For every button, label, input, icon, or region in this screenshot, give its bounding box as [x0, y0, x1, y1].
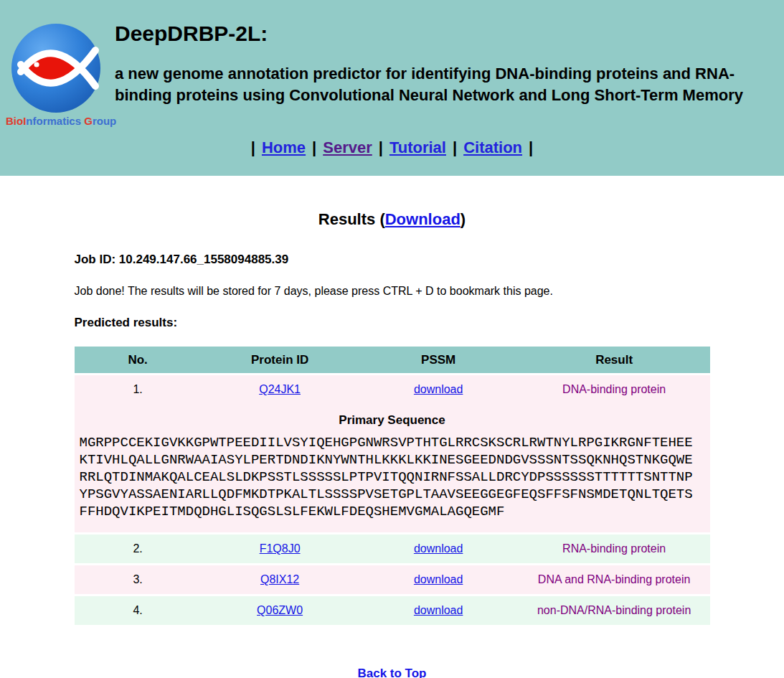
predicted-results-table: No. Protein ID PSSM Result 1. Q24JK1 dow…	[75, 347, 710, 625]
pssm-download-link[interactable]: download	[414, 573, 463, 585]
results-page-content: Results (Download) Job ID: 10.249.147.66…	[75, 210, 710, 678]
logo-caption-nformatics: nformatics	[26, 115, 81, 127]
table-row-group-3: 3. Q8IX12 download DNA and RNA-binding p…	[75, 565, 710, 594]
table-row: 3. Q8IX12 download DNA and RNA-binding p…	[75, 565, 710, 594]
nav-separator: |	[453, 138, 457, 156]
table-row-group-1: 1. Q24JK1 download DNA-binding protein P…	[75, 375, 710, 532]
primary-sequence-text: MGRPPCCEKIGVKKGPWTPEEDIILVSYIQEHGPGNWRSV…	[75, 428, 710, 532]
protein-id-link[interactable]: Q8IX12	[260, 573, 299, 585]
prediction-result: RNA-binding protein	[519, 542, 710, 555]
row-number: 1.	[75, 383, 202, 396]
main-nav: |Home|Server|Tutorial|Citation|	[0, 138, 784, 157]
logo-caption-bio: Bio	[6, 115, 23, 127]
prediction-result: non-DNA/RNA-binding protein	[519, 604, 710, 617]
page-footer: Back to Top	[75, 667, 710, 678]
nav-separator: |	[312, 138, 316, 156]
column-header-no: No.	[75, 353, 202, 367]
table-row: 4. Q06ZW0 download non-DNA/RNA-binding p…	[75, 596, 710, 625]
pssm-download-link[interactable]: download	[414, 604, 463, 616]
protein-id-link[interactable]: F1Q8J0	[260, 542, 301, 555]
back-to-top-link[interactable]: Back to Top	[357, 667, 426, 678]
page-title: DeepDRBP-2L:	[115, 22, 778, 46]
nav-link-server[interactable]: Server	[323, 138, 372, 156]
download-results-link[interactable]: Download	[385, 210, 461, 228]
table-row-group-4: 4. Q06ZW0 download non-DNA/RNA-binding p…	[75, 596, 710, 625]
job-id-text: Job ID: 10.249.147.66_1558094885.39	[75, 253, 710, 267]
header-top: BioInformatics Group DeepDRBP-2L: a new …	[0, 19, 784, 127]
column-header-protein-id: Protein ID	[202, 353, 359, 367]
predicted-results-label: Predicted results:	[75, 316, 710, 330]
table-row: 1. Q24JK1 download DNA-binding protein	[75, 375, 710, 404]
row-number: 3.	[75, 573, 202, 586]
table-row: 2. F1Q8J0 download RNA-binding protein	[75, 535, 710, 563]
results-heading-prefix: Results (	[318, 210, 385, 228]
page-subtitle: a new genome annotation predictor for id…	[115, 63, 778, 106]
bioinformatics-group-logo: BioInformatics Group	[6, 19, 106, 127]
row-number: 4.	[75, 604, 202, 617]
row-number: 2.	[75, 542, 202, 555]
nav-separator: |	[529, 138, 533, 156]
nav-link-citation[interactable]: Citation	[463, 138, 522, 156]
column-header-result: Result	[519, 353, 710, 367]
results-heading: Results (Download)	[75, 210, 710, 229]
prediction-result: DNA and RNA-binding protein	[519, 573, 710, 586]
title-block: DeepDRBP-2L: a new genome annotation pre…	[115, 19, 778, 106]
job-done-message: Job done! The results will be stored for…	[75, 285, 710, 298]
logo-caption-roup: roup	[93, 115, 116, 127]
results-heading-suffix: )	[461, 210, 466, 228]
column-header-pssm: PSSM	[359, 353, 519, 367]
nav-link-tutorial[interactable]: Tutorial	[389, 138, 446, 156]
nav-separator: |	[251, 138, 255, 156]
protein-id-link[interactable]: Q06ZW0	[257, 604, 303, 616]
table-row-group-2: 2. F1Q8J0 download RNA-binding protein	[75, 535, 710, 563]
pssm-download-link[interactable]: download	[414, 542, 463, 555]
protein-id-link[interactable]: Q24JK1	[259, 383, 301, 395]
nav-separator: |	[379, 138, 383, 156]
page-header: BioInformatics Group DeepDRBP-2L: a new …	[0, 0, 784, 176]
table-header-row: No. Protein ID PSSM Result	[75, 347, 710, 373]
logo-caption: BioInformatics Group	[6, 115, 106, 127]
prediction-result: DNA-binding protein	[519, 383, 710, 396]
nav-link-home[interactable]: Home	[262, 138, 306, 156]
logo-caption-g: G	[84, 115, 93, 127]
fish-logo-icon	[11, 23, 101, 113]
pssm-download-link[interactable]: download	[414, 383, 463, 395]
primary-sequence-heading: Primary Sequence	[75, 404, 710, 428]
